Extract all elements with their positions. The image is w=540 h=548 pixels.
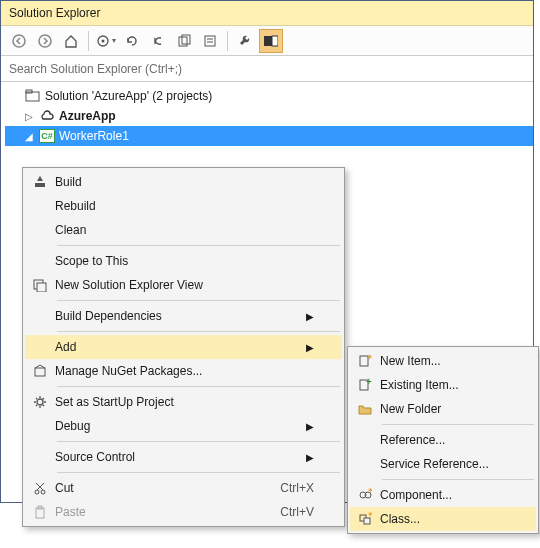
toolbar-separator bbox=[227, 31, 228, 51]
svg-rect-13 bbox=[35, 183, 45, 187]
menu-separator bbox=[382, 424, 534, 425]
search-input[interactable]: Search Solution Explorer (Ctrl+;) bbox=[1, 56, 533, 82]
menu-manage-nuget[interactable]: Manage NuGet Packages... bbox=[25, 359, 342, 383]
toolbar: ▾ bbox=[1, 26, 533, 56]
nav-back-button[interactable] bbox=[7, 29, 31, 53]
clipboard-icon bbox=[25, 505, 55, 519]
project-label: AzureApp bbox=[59, 109, 116, 123]
submenu-existing-item[interactable]: + Existing Item... bbox=[350, 373, 536, 397]
solution-icon bbox=[25, 89, 41, 103]
nav-forward-button[interactable] bbox=[33, 29, 57, 53]
menu-new-solution-explorer-view[interactable]: New Solution Explorer View bbox=[25, 273, 342, 297]
panel-title: Solution Explorer bbox=[1, 1, 533, 26]
menu-separator bbox=[382, 479, 534, 480]
toolbar-separator bbox=[88, 31, 89, 51]
menu-rebuild[interactable]: Rebuild bbox=[25, 194, 342, 218]
add-submenu: ✶ New Item... + Existing Item... New Fol… bbox=[347, 346, 539, 534]
submenu-new-item[interactable]: ✶ New Item... bbox=[350, 349, 536, 373]
menu-separator bbox=[57, 300, 340, 301]
sync-button[interactable]: ▾ bbox=[94, 29, 118, 53]
svg-text:✶: ✶ bbox=[366, 354, 372, 362]
wrench-button[interactable] bbox=[233, 29, 257, 53]
svg-point-17 bbox=[37, 399, 43, 405]
svg-point-1 bbox=[39, 35, 51, 47]
svg-rect-16 bbox=[35, 368, 45, 376]
new-folder-icon bbox=[350, 402, 380, 416]
submenu-arrow-icon: ▶ bbox=[306, 342, 322, 353]
window-icon bbox=[25, 278, 55, 292]
class-icon: ✶ bbox=[350, 512, 380, 526]
svg-rect-4 bbox=[179, 37, 187, 46]
submenu-service-reference[interactable]: Service Reference... bbox=[350, 452, 536, 476]
scissors-icon bbox=[25, 481, 55, 495]
shortcut-label: Ctrl+V bbox=[280, 505, 322, 519]
svg-point-3 bbox=[102, 39, 105, 42]
project-node-azureapp[interactable]: ▷ AzureApp bbox=[5, 106, 533, 126]
svg-text:✶: ✶ bbox=[367, 488, 372, 495]
submenu-reference[interactable]: Reference... bbox=[350, 428, 536, 452]
cloud-icon bbox=[39, 110, 55, 122]
menu-add[interactable]: Add▶ bbox=[25, 335, 342, 359]
menu-set-startup[interactable]: Set as StartUp Project bbox=[25, 390, 342, 414]
menu-clean[interactable]: Clean bbox=[25, 218, 342, 242]
refresh-button[interactable] bbox=[120, 29, 144, 53]
svg-line-22 bbox=[36, 398, 37, 399]
expand-icon[interactable]: ◢ bbox=[23, 131, 35, 142]
properties-button[interactable] bbox=[198, 29, 222, 53]
svg-point-27 bbox=[41, 490, 45, 494]
menu-debug[interactable]: Debug▶ bbox=[25, 414, 342, 438]
svg-rect-9 bbox=[264, 36, 272, 46]
solution-label: Solution 'AzureApp' (2 projects) bbox=[45, 89, 212, 103]
svg-text:+: + bbox=[366, 378, 372, 387]
csharp-project-icon: C# bbox=[39, 129, 55, 143]
menu-separator bbox=[57, 472, 340, 473]
svg-point-26 bbox=[35, 490, 39, 494]
svg-text:✶: ✶ bbox=[367, 512, 372, 519]
show-all-files-button[interactable] bbox=[172, 29, 196, 53]
component-icon: ✶ bbox=[350, 488, 380, 502]
existing-item-icon: + bbox=[350, 378, 380, 392]
shortcut-label: Ctrl+X bbox=[280, 481, 322, 495]
svg-point-0 bbox=[13, 35, 25, 47]
context-menu: Build Rebuild Clean Scope to This New So… bbox=[22, 167, 345, 527]
project-label: WorkerRole1 bbox=[59, 129, 129, 143]
submenu-arrow-icon: ▶ bbox=[306, 311, 322, 322]
svg-line-23 bbox=[43, 405, 44, 406]
collapse-all-button[interactable] bbox=[146, 29, 170, 53]
svg-rect-6 bbox=[205, 36, 215, 46]
svg-line-24 bbox=[36, 405, 37, 406]
svg-rect-15 bbox=[37, 283, 46, 292]
preview-selected-button[interactable] bbox=[259, 29, 283, 53]
submenu-component[interactable]: ✶ Component... bbox=[350, 483, 536, 507]
search-placeholder-text: Search Solution Explorer (Ctrl+;) bbox=[9, 62, 182, 76]
project-node-workerrole1[interactable]: ◢ C# WorkerRole1 bbox=[5, 126, 533, 146]
submenu-arrow-icon: ▶ bbox=[306, 421, 322, 432]
menu-scope-to-this[interactable]: Scope to This bbox=[25, 249, 342, 273]
home-button[interactable] bbox=[59, 29, 83, 53]
menu-separator bbox=[57, 331, 340, 332]
solution-node[interactable]: ▶ Solution 'AzureApp' (2 projects) bbox=[5, 86, 533, 106]
menu-separator bbox=[57, 441, 340, 442]
new-item-icon: ✶ bbox=[350, 354, 380, 368]
menu-build[interactable]: Build bbox=[25, 170, 342, 194]
menu-build-dependencies[interactable]: Build Dependencies▶ bbox=[25, 304, 342, 328]
build-icon bbox=[25, 175, 55, 189]
submenu-arrow-icon: ▶ bbox=[306, 452, 322, 463]
svg-rect-5 bbox=[182, 35, 190, 44]
svg-line-25 bbox=[43, 398, 44, 399]
menu-cut[interactable]: Cut Ctrl+X bbox=[25, 476, 342, 500]
menu-separator bbox=[57, 386, 340, 387]
svg-line-29 bbox=[36, 483, 43, 490]
svg-line-28 bbox=[37, 483, 44, 490]
submenu-new-folder[interactable]: New Folder bbox=[350, 397, 536, 421]
menu-separator bbox=[57, 245, 340, 246]
expand-icon[interactable]: ▷ bbox=[23, 111, 35, 122]
gear-icon bbox=[25, 395, 55, 409]
menu-paste: Paste Ctrl+V bbox=[25, 500, 342, 524]
menu-source-control[interactable]: Source Control▶ bbox=[25, 445, 342, 469]
package-icon bbox=[25, 364, 55, 378]
svg-rect-10 bbox=[272, 36, 278, 46]
submenu-class[interactable]: ✶ Class... bbox=[350, 507, 536, 531]
